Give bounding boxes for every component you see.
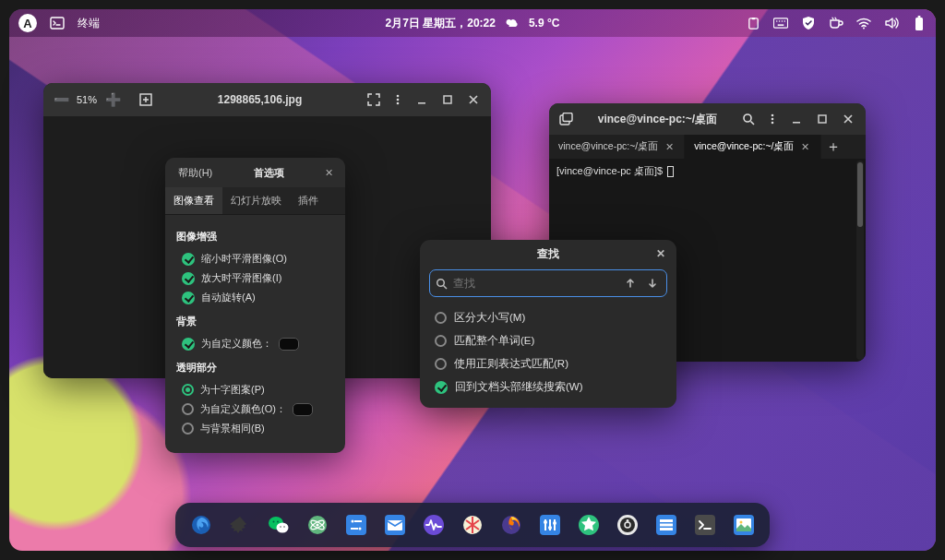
radio-same-bg[interactable] (182, 423, 194, 435)
svg-point-9 (863, 27, 865, 29)
tab-close-icon[interactable]: ✕ (664, 141, 675, 152)
terminal-tab-label: vince@vince-pc:~/桌面 (694, 140, 794, 153)
dock-app-gravit[interactable] (458, 510, 487, 540)
section-background: 背景 (176, 315, 334, 328)
scrollbar[interactable] (856, 161, 864, 360)
find-title: 查找 (537, 246, 559, 262)
dock-app-spotify[interactable] (574, 510, 604, 540)
opt-wrap[interactable] (435, 381, 448, 394)
svg-point-23 (772, 122, 774, 125)
dock-app-wechat[interactable] (264, 510, 293, 540)
checkbox-smooth-out[interactable] (182, 253, 195, 266)
tab-slideshow[interactable]: 幻灯片放映 (222, 187, 290, 214)
svg-point-37 (316, 523, 318, 526)
battery-icon[interactable] (912, 16, 927, 30)
prompt: [vince@vince-pc 桌面]$ (556, 165, 665, 176)
dock-app-image-viewer[interactable] (729, 510, 759, 540)
dock-app-tweaks[interactable] (535, 510, 565, 540)
dock-app-mail[interactable] (380, 510, 410, 540)
svg-point-5 (779, 20, 781, 22)
svg-point-32 (280, 526, 281, 528)
checkbox-autorotate[interactable] (182, 292, 195, 304)
terminal-tab-1[interactable]: vince@vince-pc:~/桌面✕ (549, 135, 685, 159)
svg-point-31 (277, 521, 279, 523)
radio-custom-color[interactable] (182, 403, 194, 415)
dock-app-inkscape[interactable] (225, 510, 255, 540)
checkbox-smooth-in[interactable] (182, 272, 195, 285)
tab-close-icon[interactable]: ✕ (800, 141, 811, 152)
close-icon[interactable]: ✕ (319, 163, 338, 182)
dock-app-settings-panel[interactable] (341, 510, 371, 540)
radio-checker[interactable] (182, 384, 194, 396)
opt-case[interactable] (435, 312, 447, 324)
label-case: 区分大小写(M) (454, 311, 525, 325)
close-icon[interactable]: ✕ (652, 245, 669, 262)
new-tab-button[interactable] (555, 107, 579, 131)
svg-rect-17 (444, 96, 451, 103)
svg-point-7 (784, 20, 785, 22)
tab-image-view[interactable]: 图像查看 (165, 187, 222, 214)
prev-match-button[interactable] (622, 275, 639, 292)
cursor (667, 166, 674, 177)
svg-rect-8 (778, 24, 784, 26)
tab-add-button[interactable]: ＋ (821, 135, 845, 159)
dock-app-atom[interactable] (303, 510, 332, 540)
prefs-title: 首选项 (218, 166, 319, 180)
opt-whole[interactable] (435, 335, 447, 347)
terminal-tab-2[interactable]: vince@vince-pc:~/桌面✕ (685, 135, 820, 159)
tab-plugins[interactable]: 插件 (290, 187, 327, 214)
maximize-button[interactable] (810, 107, 834, 131)
next-match-button[interactable] (644, 275, 661, 292)
terminal-indicator-icon[interactable] (50, 16, 65, 30)
label-regex: 使用正则表达式匹配(R) (454, 357, 568, 371)
svg-point-29 (277, 523, 289, 533)
svg-rect-10 (915, 18, 923, 30)
clock[interactable]: 2月7日 星期五，20:22 (386, 16, 496, 31)
active-app-label[interactable]: 终端 (78, 16, 100, 31)
search-input[interactable] (453, 277, 616, 290)
search-button[interactable] (736, 107, 760, 131)
image-viewer-titlebar: ➖ 51% ➕ 1298865,106.jpg (43, 83, 491, 116)
svg-rect-3 (773, 18, 787, 28)
svg-rect-64 (695, 515, 715, 535)
menu-button[interactable] (760, 107, 784, 131)
volume-icon[interactable] (884, 16, 899, 30)
zoom-out-button[interactable]: ➖ (49, 88, 73, 112)
bg-color-swatch[interactable] (279, 338, 299, 351)
dock-app-firefox[interactable] (496, 510, 526, 540)
minimize-button[interactable] (410, 88, 434, 112)
svg-point-50 (544, 520, 547, 524)
dock-app-activity[interactable] (419, 510, 449, 540)
terminal-title: vince@vince-pc:~/桌面 (579, 112, 736, 127)
opt-regex[interactable] (435, 358, 447, 370)
svg-rect-1 (748, 18, 757, 28)
svg-rect-63 (660, 528, 673, 530)
transparent-color-swatch[interactable] (293, 403, 313, 416)
activities-icon[interactable]: A (18, 14, 37, 32)
svg-rect-16 (418, 102, 425, 104)
dock-app-firefox-dev[interactable] (186, 510, 216, 540)
minimize-button[interactable] (784, 107, 808, 131)
keyboard-icon[interactable] (773, 16, 788, 30)
fullscreen-button[interactable] (362, 88, 386, 112)
dock-app-terminal[interactable] (690, 510, 720, 540)
maximize-button[interactable] (436, 88, 460, 112)
shield-icon[interactable] (801, 16, 816, 30)
help-menu[interactable]: 帮助(H) (173, 162, 218, 184)
svg-rect-40 (354, 520, 362, 522)
close-button[interactable] (836, 107, 860, 131)
dock-app-files[interactable] (652, 510, 681, 540)
checkbox-bg-color[interactable] (182, 338, 195, 351)
clipboard-icon[interactable] (746, 16, 760, 30)
svg-point-41 (359, 528, 362, 530)
svg-rect-61 (660, 519, 673, 522)
wifi-icon[interactable] (856, 16, 871, 30)
caffeine-icon[interactable] (829, 16, 843, 30)
close-button[interactable] (461, 88, 485, 112)
label-smooth-in: 放大时平滑图像(I) (201, 271, 281, 285)
zoom-fit-button[interactable] (134, 88, 158, 112)
zoom-in-button[interactable]: ➕ (101, 88, 125, 112)
menu-button[interactable] (386, 88, 410, 112)
weather-icon (505, 16, 520, 30)
dock-app-obs[interactable] (613, 510, 642, 540)
